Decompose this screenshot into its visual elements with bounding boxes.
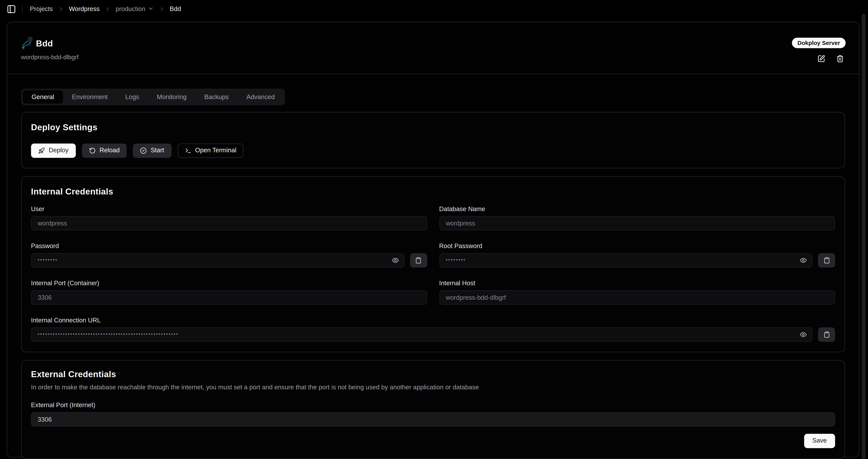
- circle-check-icon: [140, 147, 147, 154]
- root-password-field: Root Password ••••••••: [439, 242, 835, 267]
- toggle-connection-url-visibility-button[interactable]: [800, 331, 807, 338]
- eye-icon: [800, 331, 807, 338]
- edit-service-button[interactable]: [817, 55, 825, 62]
- user-input[interactable]: wordpress: [31, 216, 427, 230]
- internal-port-field: Internal Port (Container) 3306: [31, 280, 427, 305]
- user-field: User wordpress: [31, 205, 427, 230]
- password-masked-value: ••••••••: [38, 258, 58, 263]
- toggle-password-visibility-button[interactable]: [392, 256, 399, 263]
- app-viewport: Projects Wordpress production Bdd: [0, 0, 868, 459]
- service-tabs: General Environment Logs Monitoring Back…: [21, 88, 285, 105]
- reload-icon: [89, 147, 95, 154]
- copy-connection-url-button[interactable]: [818, 327, 835, 341]
- database-name-value: wordpress: [446, 220, 475, 226]
- external-port-label: External Port (Internet): [31, 401, 835, 408]
- start-button[interactable]: Start: [133, 143, 171, 157]
- breadcrumb-projects[interactable]: Projects: [30, 6, 53, 12]
- user-label: User: [31, 205, 427, 212]
- breadcrumb-environment: production: [116, 6, 145, 12]
- service-status-dot: [28, 36, 33, 41]
- database-name-input[interactable]: wordpress: [439, 216, 835, 230]
- internal-host-label: Internal Host: [439, 280, 835, 286]
- topbar-separator: [22, 5, 23, 13]
- delete-service-button[interactable]: [836, 55, 844, 62]
- tab-general[interactable]: General: [23, 90, 63, 103]
- root-password-masked-value: ••••••••: [446, 258, 466, 263]
- connection-url-field: Internal Connection URL ••••••••••••••••…: [31, 317, 835, 342]
- password-field: Password ••••••••: [31, 242, 427, 267]
- root-password-label: Root Password: [439, 242, 835, 249]
- clipboard-icon: [823, 331, 830, 338]
- tab-logs[interactable]: Logs: [117, 90, 148, 103]
- terminal-icon: [185, 147, 191, 154]
- panel-left-icon: [7, 4, 16, 13]
- copy-root-password-button[interactable]: [818, 253, 835, 267]
- mysql-dolphin-icon: [21, 36, 34, 51]
- chevron-right-icon: [159, 6, 165, 12]
- copy-password-button[interactable]: [410, 253, 427, 267]
- service-card: Bdd wordpress-bdd-dlbgrf Dokploy Server: [7, 22, 859, 458]
- clipboard-icon: [415, 257, 422, 263]
- start-button-label: Start: [151, 147, 164, 154]
- external-port-value: 3306: [38, 415, 52, 422]
- breadcrumb: Projects Wordpress production Bdd: [30, 5, 181, 12]
- internal-credentials-title: Internal Credentials: [31, 187, 835, 196]
- open-terminal-button-label: Open Terminal: [195, 147, 236, 154]
- open-terminal-button[interactable]: Open Terminal: [178, 143, 244, 157]
- eye-icon: [800, 256, 807, 263]
- password-label: Password: [31, 242, 427, 249]
- page-title: Bdd: [36, 36, 53, 51]
- internal-host-value: wordpress-bdd-dlbgrf: [446, 294, 506, 300]
- external-credentials-title: External Credentials: [31, 369, 835, 379]
- service-app-name: wordpress-bdd-dlbgrf: [21, 54, 79, 60]
- password-input[interactable]: ••••••••: [31, 253, 404, 267]
- internal-host-field: Internal Host wordpress-bdd-dlbgrf: [439, 280, 835, 305]
- external-credentials-card: External Credentials In order to make th…: [21, 360, 845, 458]
- server-badge: Dokploy Server: [792, 38, 845, 48]
- tab-backups[interactable]: Backups: [195, 90, 238, 103]
- chevron-down-icon: [148, 5, 154, 12]
- breadcrumb-environment-dropdown[interactable]: production: [116, 5, 154, 12]
- service-header-actions: Dokploy Server: [792, 36, 845, 62]
- toggle-root-password-visibility-button[interactable]: [800, 256, 807, 263]
- internal-port-value: 3306: [38, 294, 52, 300]
- eye-icon: [392, 256, 399, 263]
- external-port-input[interactable]: 3306: [31, 412, 835, 426]
- database-name-field: Database Name wordpress: [439, 205, 835, 230]
- square-pen-icon: [817, 55, 825, 62]
- deploy-settings-card: Deploy Settings Deploy Reload: [21, 112, 845, 168]
- clipboard-icon: [823, 257, 830, 263]
- connection-url-input[interactable]: ••••••••••••••••••••••••••••••••••••••••…: [31, 327, 812, 341]
- user-value: wordpress: [38, 220, 67, 226]
- internal-port-input[interactable]: 3306: [31, 290, 427, 305]
- deploy-button-label: Deploy: [49, 147, 69, 154]
- vertical-scrollbar[interactable]: [861, 14, 865, 459]
- root-password-input[interactable]: ••••••••: [439, 253, 812, 267]
- reload-button[interactable]: Reload: [82, 143, 127, 157]
- deploy-settings-title: Deploy Settings: [31, 122, 835, 132]
- chevron-right-icon: [104, 6, 111, 12]
- deploy-button[interactable]: Deploy: [31, 143, 75, 157]
- internal-port-label: Internal Port (Container): [31, 280, 427, 286]
- rocket-icon: [38, 147, 45, 154]
- external-port-field: External Port (Internet) 3306: [31, 401, 835, 426]
- save-button-label: Save: [812, 437, 827, 444]
- service-card-header: Bdd wordpress-bdd-dlbgrf Dokploy Server: [7, 22, 859, 74]
- tab-environment[interactable]: Environment: [63, 90, 116, 103]
- connection-url-masked-value: ••••••••••••••••••••••••••••••••••••••••…: [38, 332, 179, 337]
- database-name-label: Database Name: [439, 205, 835, 212]
- tab-advanced[interactable]: Advanced: [238, 90, 284, 103]
- breadcrumb-service[interactable]: Bdd: [170, 6, 181, 12]
- tab-monitoring[interactable]: Monitoring: [148, 90, 195, 103]
- external-credentials-description: In order to make the database reachable …: [31, 383, 835, 392]
- topbar: Projects Wordpress production Bdd: [0, 0, 868, 18]
- internal-host-input[interactable]: wordpress-bdd-dlbgrf: [439, 290, 835, 305]
- breadcrumb-project-name[interactable]: Wordpress: [69, 6, 100, 12]
- trash-icon: [836, 55, 844, 62]
- sidebar-toggle-button[interactable]: [7, 4, 16, 13]
- internal-credentials-card: Internal Credentials User wordpress Data…: [21, 176, 845, 352]
- chevron-right-icon: [58, 6, 64, 12]
- reload-button-label: Reload: [99, 147, 120, 154]
- save-button[interactable]: Save: [804, 433, 835, 448]
- service-title-block: Bdd wordpress-bdd-dlbgrf: [21, 36, 79, 60]
